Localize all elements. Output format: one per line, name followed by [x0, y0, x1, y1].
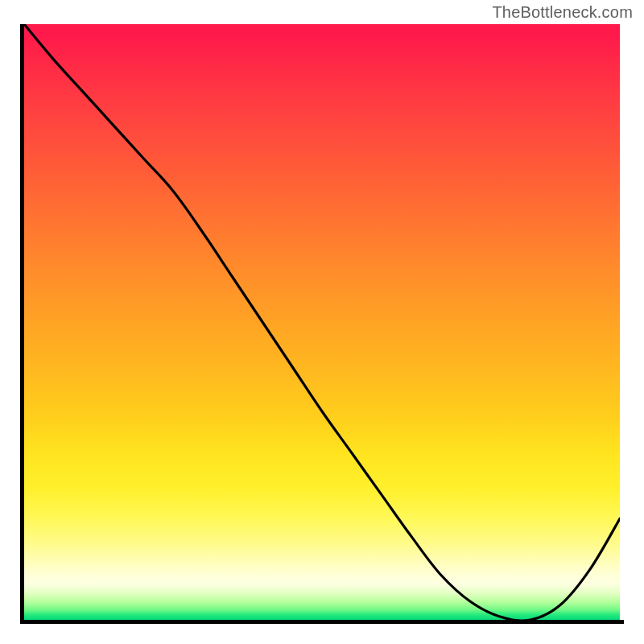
axis-left: [20, 24, 24, 624]
watermark-text: TheBottleneck.com: [492, 3, 633, 22]
chart-stage: TheBottleneck.com: [0, 0, 644, 644]
axis-bottom: [20, 620, 624, 624]
bottleneck-curve: [24, 24, 620, 620]
plot-area: [24, 24, 620, 620]
curve-svg: [24, 24, 620, 620]
